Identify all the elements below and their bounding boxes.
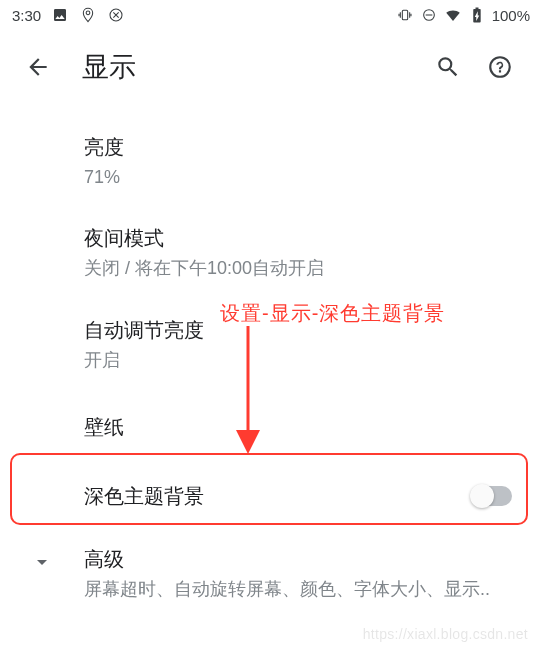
- item-dark-theme[interactable]: 深色主题背景: [0, 465, 538, 528]
- status-bar: 3:30 100%: [0, 0, 538, 30]
- item-adaptive-brightness[interactable]: 自动调节亮度 开启: [0, 299, 538, 390]
- item-title: 深色主题背景: [84, 483, 472, 510]
- wifi-icon: [444, 6, 462, 24]
- status-right: 100%: [396, 6, 530, 24]
- image-icon: [51, 6, 69, 24]
- chevron-down-icon: [30, 550, 54, 574]
- item-title: 高级: [84, 546, 494, 573]
- item-subtitle: 71%: [84, 165, 514, 189]
- location-icon: [79, 6, 97, 24]
- item-subtitle: 屏幕超时、自动旋转屏幕、颜色、字体大小、显示..: [84, 577, 494, 601]
- dnd-icon: [420, 6, 438, 24]
- expand-chevron: [0, 546, 84, 574]
- item-subtitle: 关闭 / 将在下午10:00自动开启: [84, 256, 514, 280]
- svg-rect-1: [402, 10, 407, 19]
- search-icon: [435, 54, 461, 80]
- sync-icon: [107, 6, 125, 24]
- status-time: 3:30: [12, 7, 41, 24]
- arrow-back-icon: [25, 54, 51, 80]
- dark-theme-toggle[interactable]: [472, 486, 512, 506]
- page-title: 显示: [82, 49, 428, 85]
- item-title: 壁纸: [84, 408, 514, 447]
- help-icon: [487, 54, 513, 80]
- back-button[interactable]: [18, 47, 58, 87]
- app-bar: 显示: [0, 30, 538, 104]
- item-subtitle: 开启: [84, 348, 514, 372]
- toggle-thumb: [470, 484, 494, 508]
- help-button[interactable]: [480, 47, 520, 87]
- battery-charging-icon: [468, 6, 486, 24]
- item-title: 亮度: [84, 134, 514, 161]
- item-wallpaper[interactable]: 壁纸: [0, 390, 538, 465]
- item-title: 夜间模式: [84, 225, 514, 252]
- watermark: https://xiaxl.blog.csdn.net: [363, 626, 528, 642]
- item-brightness[interactable]: 亮度 71%: [0, 116, 538, 207]
- status-left: 3:30: [12, 6, 125, 24]
- status-battery-text: 100%: [492, 7, 530, 24]
- item-title: 自动调节亮度: [84, 317, 514, 344]
- search-button[interactable]: [428, 47, 468, 87]
- settings-list: 亮度 71% 夜间模式 关闭 / 将在下午10:00自动开启 自动调节亮度 开启…: [0, 104, 538, 619]
- item-advanced[interactable]: 高级 屏幕超时、自动旋转屏幕、颜色、字体大小、显示..: [0, 528, 538, 619]
- vibrate-icon: [396, 6, 414, 24]
- item-night-mode[interactable]: 夜间模式 关闭 / 将在下午10:00自动开启: [0, 207, 538, 298]
